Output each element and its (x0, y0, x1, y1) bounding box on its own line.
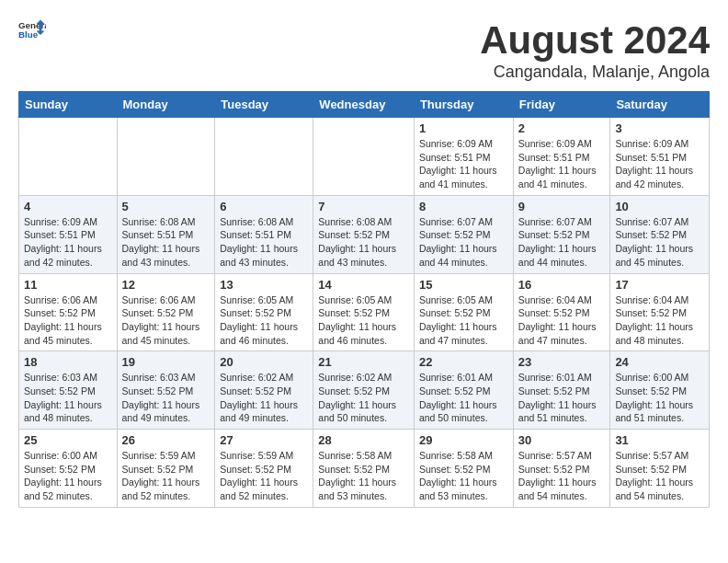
day-info: Sunrise: 6:03 AMSunset: 5:52 PMDaylight:… (24, 371, 112, 425)
calendar-cell: 25Sunrise: 6:00 AMSunset: 5:52 PMDayligh… (19, 430, 118, 508)
day-info: Sunrise: 6:00 AMSunset: 5:52 PMDaylight:… (615, 371, 704, 425)
week-row-5: 25Sunrise: 6:00 AMSunset: 5:52 PMDayligh… (19, 430, 710, 508)
day-header-sunday: Sunday (19, 92, 118, 118)
day-number: 13 (220, 278, 308, 292)
week-row-1: 1Sunrise: 6:09 AMSunset: 5:51 PMDaylight… (19, 118, 710, 196)
day-number: 6 (220, 200, 308, 213)
day-number: 22 (419, 355, 508, 369)
day-number: 2 (518, 121, 606, 135)
day-number: 28 (318, 433, 409, 447)
day-header-wednesday: Wednesday (313, 92, 415, 118)
day-number: 5 (122, 200, 210, 213)
calendar-cell: 8Sunrise: 6:07 AMSunset: 5:52 PMDaylight… (414, 195, 513, 273)
day-number: 7 (318, 200, 409, 213)
day-info: Sunrise: 5:57 AMSunset: 5:52 PMDaylight:… (615, 449, 704, 503)
day-info: Sunrise: 5:58 AMSunset: 5:52 PMDaylight:… (419, 449, 508, 503)
calendar-cell: 30Sunrise: 5:57 AMSunset: 5:52 PMDayligh… (513, 430, 610, 508)
day-number: 19 (122, 355, 210, 369)
day-number: 30 (518, 433, 606, 447)
title-area: August 2024 Cangandala, Malanje, Angola (480, 18, 710, 82)
day-header-monday: Monday (117, 92, 215, 118)
day-number: 16 (518, 278, 606, 292)
calendar-cell (19, 118, 118, 196)
calendar-cell: 3Sunrise: 6:09 AMSunset: 5:51 PMDaylight… (610, 118, 710, 196)
day-number: 23 (518, 355, 606, 369)
calendar-cell: 17Sunrise: 6:04 AMSunset: 5:52 PMDayligh… (610, 273, 710, 351)
day-info: Sunrise: 6:06 AMSunset: 5:52 PMDaylight:… (122, 293, 210, 348)
day-info: Sunrise: 5:59 AMSunset: 5:52 PMDaylight:… (220, 449, 308, 503)
page-header: General Blue August 2024 Cangandala, Mal… (18, 18, 710, 82)
day-header-thursday: Thursday (414, 92, 513, 118)
week-row-2: 4Sunrise: 6:09 AMSunset: 5:51 PMDaylight… (19, 195, 710, 273)
main-title: August 2024 (480, 18, 710, 63)
calendar-header: SundayMondayTuesdayWednesdayThursdayFrid… (19, 92, 710, 118)
day-number: 18 (24, 355, 112, 369)
calendar-cell: 24Sunrise: 6:00 AMSunset: 5:52 PMDayligh… (610, 351, 710, 430)
calendar-cell: 31Sunrise: 5:57 AMSunset: 5:52 PMDayligh… (610, 430, 710, 508)
day-info: Sunrise: 6:09 AMSunset: 5:51 PMDaylight:… (518, 137, 606, 191)
day-number: 4 (24, 200, 112, 213)
calendar-cell: 14Sunrise: 6:05 AMSunset: 5:52 PMDayligh… (313, 273, 415, 351)
day-info: Sunrise: 5:57 AMSunset: 5:52 PMDaylight:… (518, 449, 606, 503)
calendar-cell: 2Sunrise: 6:09 AMSunset: 5:51 PMDaylight… (513, 118, 610, 196)
day-number: 15 (419, 278, 508, 292)
svg-text:Blue: Blue (18, 29, 39, 40)
days-of-week-row: SundayMondayTuesdayWednesdayThursdayFrid… (19, 92, 710, 118)
day-info: Sunrise: 6:01 AMSunset: 5:52 PMDaylight:… (419, 371, 508, 425)
day-number: 3 (615, 121, 704, 135)
day-number: 20 (220, 355, 308, 369)
day-info: Sunrise: 6:02 AMSunset: 5:52 PMDaylight:… (318, 371, 409, 425)
calendar-body: 1Sunrise: 6:09 AMSunset: 5:51 PMDaylight… (19, 118, 710, 508)
calendar-cell: 13Sunrise: 6:05 AMSunset: 5:52 PMDayligh… (215, 273, 313, 351)
subtitle: Cangandala, Malanje, Angola (480, 63, 710, 82)
day-info: Sunrise: 5:58 AMSunset: 5:52 PMDaylight:… (318, 449, 409, 503)
calendar-cell (117, 118, 215, 196)
day-info: Sunrise: 6:08 AMSunset: 5:52 PMDaylight:… (318, 215, 409, 270)
logo-icon: General Blue (18, 18, 46, 40)
day-info: Sunrise: 6:04 AMSunset: 5:52 PMDaylight:… (615, 293, 704, 348)
calendar-table: SundayMondayTuesdayWednesdayThursdayFrid… (18, 91, 710, 508)
calendar-cell: 19Sunrise: 6:03 AMSunset: 5:52 PMDayligh… (117, 351, 215, 430)
week-row-4: 18Sunrise: 6:03 AMSunset: 5:52 PMDayligh… (19, 351, 710, 430)
day-number: 21 (318, 355, 409, 369)
calendar-cell: 23Sunrise: 6:01 AMSunset: 5:52 PMDayligh… (513, 351, 610, 430)
calendar-cell: 6Sunrise: 6:08 AMSunset: 5:51 PMDaylight… (215, 195, 313, 273)
calendar-cell: 15Sunrise: 6:05 AMSunset: 5:52 PMDayligh… (414, 273, 513, 351)
day-number: 14 (318, 278, 409, 292)
day-info: Sunrise: 6:07 AMSunset: 5:52 PMDaylight:… (615, 215, 704, 270)
calendar-cell: 4Sunrise: 6:09 AMSunset: 5:51 PMDaylight… (19, 195, 118, 273)
day-number: 25 (24, 433, 112, 447)
calendar-cell: 26Sunrise: 5:59 AMSunset: 5:52 PMDayligh… (117, 430, 215, 508)
day-info: Sunrise: 5:59 AMSunset: 5:52 PMDaylight:… (122, 449, 210, 503)
day-number: 12 (122, 278, 210, 292)
day-number: 9 (518, 200, 606, 213)
calendar-cell: 11Sunrise: 6:06 AMSunset: 5:52 PMDayligh… (19, 273, 118, 351)
calendar-cell: 12Sunrise: 6:06 AMSunset: 5:52 PMDayligh… (117, 273, 215, 351)
calendar-cell (215, 118, 313, 196)
day-info: Sunrise: 6:05 AMSunset: 5:52 PMDaylight:… (220, 293, 308, 348)
day-number: 31 (615, 433, 704, 447)
logo: General Blue (18, 18, 46, 40)
day-info: Sunrise: 6:06 AMSunset: 5:52 PMDaylight:… (24, 293, 112, 348)
day-number: 24 (615, 355, 704, 369)
calendar-cell: 22Sunrise: 6:01 AMSunset: 5:52 PMDayligh… (414, 351, 513, 430)
day-info: Sunrise: 6:01 AMSunset: 5:52 PMDaylight:… (518, 371, 606, 425)
calendar-cell: 16Sunrise: 6:04 AMSunset: 5:52 PMDayligh… (513, 273, 610, 351)
calendar-cell: 5Sunrise: 6:08 AMSunset: 5:51 PMDaylight… (117, 195, 215, 273)
day-header-saturday: Saturday (610, 92, 710, 118)
day-info: Sunrise: 6:05 AMSunset: 5:52 PMDaylight:… (318, 293, 409, 348)
day-info: Sunrise: 6:08 AMSunset: 5:51 PMDaylight:… (220, 215, 308, 270)
calendar-cell: 7Sunrise: 6:08 AMSunset: 5:52 PMDaylight… (313, 195, 415, 273)
calendar-cell: 28Sunrise: 5:58 AMSunset: 5:52 PMDayligh… (313, 430, 415, 508)
day-number: 11 (24, 278, 112, 292)
day-number: 29 (419, 433, 508, 447)
day-number: 17 (615, 278, 704, 292)
day-header-tuesday: Tuesday (215, 92, 313, 118)
day-number: 10 (615, 200, 704, 213)
calendar-cell: 21Sunrise: 6:02 AMSunset: 5:52 PMDayligh… (313, 351, 415, 430)
calendar-cell: 27Sunrise: 5:59 AMSunset: 5:52 PMDayligh… (215, 430, 313, 508)
day-info: Sunrise: 6:08 AMSunset: 5:51 PMDaylight:… (122, 215, 210, 270)
calendar-cell: 20Sunrise: 6:02 AMSunset: 5:52 PMDayligh… (215, 351, 313, 430)
day-info: Sunrise: 6:09 AMSunset: 5:51 PMDaylight:… (419, 137, 508, 191)
day-number: 1 (419, 121, 508, 135)
